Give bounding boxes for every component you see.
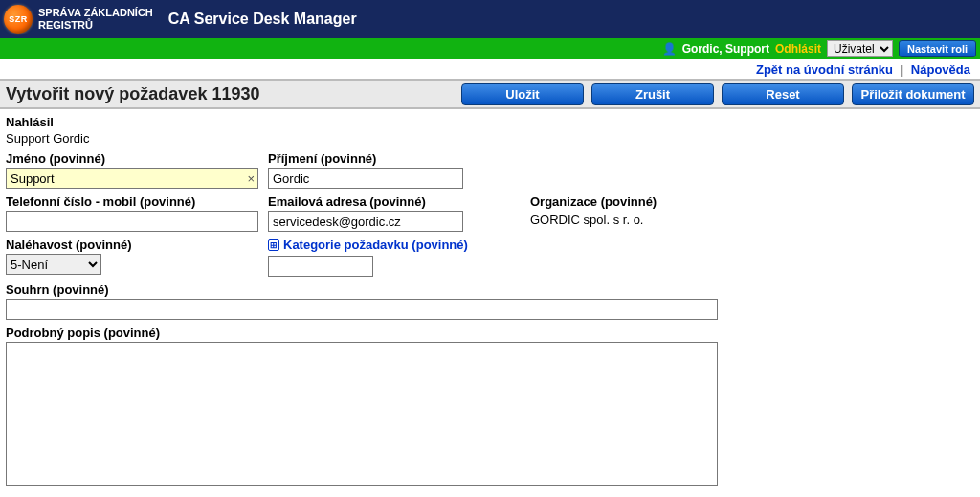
urgency-label: Naléhavost (povinné) xyxy=(6,237,258,252)
category-link[interactable]: ⊞ Kategorie požadavku (povinné) xyxy=(268,237,517,252)
reported-by-label: Nahlásil xyxy=(6,115,974,129)
category-field[interactable] xyxy=(268,256,373,277)
org-label: Organizace (povinné) xyxy=(530,194,769,209)
user-bar: 👤 Gordic, Support Odhlásit Uživatel Nast… xyxy=(0,38,980,59)
summary-field[interactable] xyxy=(6,299,718,320)
agency-line2: REGISTRŮ xyxy=(38,19,153,32)
reset-button[interactable]: Reset xyxy=(722,83,844,105)
app-logo-icon: SZR xyxy=(4,5,33,34)
subnav-bar: Zpět na úvodní stránku | Nápověda xyxy=(0,59,980,79)
save-button[interactable]: Uložit xyxy=(461,83,584,105)
description-field[interactable] xyxy=(6,342,718,486)
separator: | xyxy=(901,62,904,77)
user-icon: 👤 xyxy=(662,42,677,56)
last-name-field[interactable] xyxy=(268,168,463,189)
set-role-button[interactable]: Nastavit roli xyxy=(899,40,976,57)
org-value: GORDIC spol. s r. o. xyxy=(530,211,769,229)
phone-field[interactable] xyxy=(6,211,258,232)
clear-input-icon[interactable]: × xyxy=(247,171,255,186)
action-bar: Vytvořit nový požadavek 11930 Uložit Zru… xyxy=(0,79,980,109)
role-select[interactable]: Uživatel xyxy=(827,40,893,57)
email-label: Emailová adresa (povinné) xyxy=(268,194,463,209)
app-header: SZR SPRÁVA ZÁKLADNÍCH REGISTRŮ CA Servic… xyxy=(0,0,980,38)
request-form: Nahlásil Support Gordic Jméno (povinné) … xyxy=(0,109,980,486)
email-field[interactable] xyxy=(268,211,463,232)
agency-line1: SPRÁVA ZÁKLADNÍCH xyxy=(38,7,153,19)
logo-abbrev: SZR xyxy=(9,14,28,24)
description-label: Podrobný popis (povinné) xyxy=(6,326,974,340)
back-home-link[interactable]: Zpět na úvodní stránku xyxy=(756,62,893,77)
cancel-button[interactable]: Zrušit xyxy=(591,83,714,105)
attach-document-button[interactable]: Přiložit dokument xyxy=(852,83,974,105)
current-user: Gordic, Support xyxy=(682,42,769,56)
page-title: Vytvořit nový požadavek 11930 xyxy=(6,84,259,104)
first-name-label: Jméno (povinné) xyxy=(6,151,258,166)
summary-label: Souhrn (povinné) xyxy=(6,282,974,297)
last-name-label: Příjmení (povinné) xyxy=(268,151,463,166)
category-picker-icon: ⊞ xyxy=(268,239,279,251)
urgency-select[interactable]: 5-Není xyxy=(6,254,101,275)
phone-label: Telefonní číslo - mobil (povinné) xyxy=(6,194,258,209)
reported-by-value: Support Gordic xyxy=(6,131,974,146)
category-label: Kategorie požadavku (povinné) xyxy=(283,237,468,252)
logout-link[interactable]: Odhlásit xyxy=(775,42,821,56)
app-title: CA Service Desk Manager xyxy=(168,11,357,28)
first-name-field[interactable] xyxy=(6,168,258,189)
help-link[interactable]: Nápověda xyxy=(911,62,970,77)
agency-name: SPRÁVA ZÁKLADNÍCH REGISTRŮ xyxy=(38,7,153,32)
